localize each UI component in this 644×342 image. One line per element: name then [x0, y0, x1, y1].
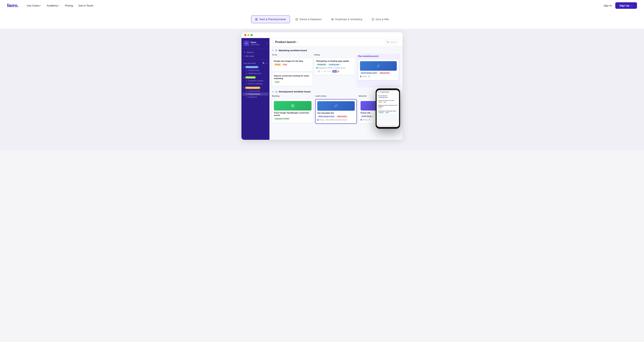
card-plan-marketing[interactable]: 🔗 Needs design review High priority Doin…: [358, 59, 399, 80]
card-conversion-tracking[interactable]: Improve conversion tracking for email ma…: [272, 73, 312, 86]
phone-lock-icon: 🔒: [378, 91, 380, 93]
phone-content: Get shareable link Needs design review D…: [377, 94, 399, 115]
chevron-down-icon[interactable]: ▾: [296, 41, 298, 43]
phone-frame: 🔒 Product launch Get shareable link Need…: [376, 88, 400, 129]
col-lead-review: Lead review 🔗 Get shareable link Needs d…: [315, 95, 357, 125]
collapse-icon: ≡: [273, 41, 274, 43]
avatar: fa: [244, 41, 249, 46]
user-email: Johan Baer: [250, 44, 265, 46]
sidebar-item-launch-assets[interactable]: ⊙ Launch assets: [242, 90, 270, 93]
tag-design: design: [274, 63, 282, 66]
board-title-marketing: Marketing workflow board: [279, 49, 396, 52]
sidebar-item-dashboard[interactable]: ⊙ Dashboard: [242, 96, 270, 99]
card-gtm[interactable]: Track Google Tag Manager conversion even…: [272, 99, 314, 123]
sidebar-item-backend[interactable]: ⊙ Backend team: [242, 69, 270, 72]
board-icon: ⊞: [275, 49, 277, 52]
collections-section: COLLECTIONS 🔍 + ▾ Development: [242, 60, 270, 100]
marketing-board: ▼ ⊞ Marketing workflow board ··· To do: [272, 49, 400, 88]
col-plan: Plan marketing launch 🔗 Needs design rev…: [357, 54, 400, 88]
card-tags: design blog: [274, 63, 310, 66]
list-icon: ≡: [246, 80, 247, 82]
card-lines: ≡: [274, 67, 310, 69]
comment-icon: 💬: [318, 71, 320, 72]
collection-group-development: ▾ Development ⊙ Backend team ⊙ Mobile ap…: [242, 65, 270, 75]
collapse-icon[interactable]: ▼: [272, 91, 274, 93]
nav-use-cases[interactable]: Use Cases ▾: [27, 4, 41, 7]
card-desc: Doing - (Fav-8044) Enterprise focus: [317, 119, 354, 121]
collection-product-launch[interactable]: ▾ Product launch: [242, 86, 270, 90]
board-menu-icon[interactable]: ···: [397, 49, 400, 52]
tab-roadmaps[interactable]: ⊕ Roadmaps & Scheduling: [327, 16, 366, 23]
tag-needs-design: Needs design review: [360, 72, 378, 74]
comment-count: 11: [321, 71, 323, 72]
chevron-down-icon: ▾: [243, 66, 244, 68]
link-icon: 🔗: [377, 64, 380, 68]
phone-card-4: Retargeting on landing page update produ…: [377, 110, 398, 114]
tab-docs[interactable]: ⊡ Docs & Wiki: [368, 16, 393, 23]
tag-blog: blog: [282, 63, 288, 66]
collection-development[interactable]: ▾ Development: [242, 65, 270, 69]
sidebar: fa Favro Johan Baer ▾ ✦ Jump to... ≡ My …: [242, 38, 270, 140]
logo[interactable]: favro.: [7, 3, 18, 8]
tab-sheets[interactable]: ⊟ Sheets & Databases: [291, 16, 326, 23]
nav-actions: Sign In Sign Up →: [604, 2, 637, 9]
chevron-down-icon[interactable]: ▾: [266, 43, 267, 44]
tag-deployed: Deployed in PROD: [274, 117, 290, 120]
minimize-button[interactable]: [248, 34, 250, 36]
feature-tabs: ⊞ Team & Planning boards ⊟ Sheets & Data…: [0, 11, 644, 29]
sidebar-item-product-marketing[interactable]: ≡ Product marketing: [242, 82, 270, 85]
lock-icon: ⊙: [246, 93, 248, 95]
card-meta: ≡ 💬 11 📎 57/58 A B +2: [316, 70, 353, 73]
card-desc: Deployed in PROD - product-funne...: [316, 67, 353, 69]
col-header-todo: To do: [272, 54, 312, 57]
tag-needs-design: Needs design review: [317, 115, 335, 118]
nav-academy[interactable]: Academy ▾: [47, 4, 59, 7]
sign-up-button[interactable]: Sign Up →: [615, 2, 637, 9]
phone-overlay: 🔒 Product launch Get shareable link Need…: [376, 88, 400, 129]
collapse-icon[interactable]: ▼: [272, 49, 274, 51]
col-doing: Doing Retargeting on landing page update…: [314, 54, 355, 88]
nav-get-in-touch[interactable]: Get in Touch: [78, 4, 93, 7]
phone-card-1: Get shareable link Needs design review: [377, 95, 398, 99]
jump-to-icon: ✦: [244, 51, 246, 53]
tag-needs-design: Needs desig...: [360, 115, 374, 117]
card-title: Design new images for the blog: [274, 60, 310, 62]
nav-pricing[interactable]: Pricing: [65, 4, 73, 7]
list-icon: ≡: [246, 83, 247, 85]
card-image: 🔗: [360, 61, 397, 71]
lock-icon: ⊙: [246, 69, 248, 71]
card-title: Get shareable link: [317, 112, 354, 114]
launch-badge: Product launch: [245, 87, 260, 89]
card-retargeting[interactable]: Retargeting on landing page update Produ…: [314, 58, 355, 75]
card-shareable-link[interactable]: 🔗 Get shareable link Needs design review…: [315, 99, 357, 124]
sidebar-item-mobile[interactable]: ⊙ Mobile app team: [242, 72, 270, 75]
tag-email: email: [274, 81, 280, 83]
collection-marketing[interactable]: ▾ Marketing: [242, 76, 270, 79]
team-planning-icon: ⊞: [255, 17, 258, 21]
phone-header: 🔒 Product launch: [377, 90, 399, 94]
dev-badge: Development: [245, 66, 258, 68]
collections-actions: 🔍 +: [262, 62, 267, 65]
card-desc: Doing - [R...: [360, 75, 397, 78]
page-title: ≡ Product launch ▾: [273, 41, 298, 44]
sidebar-item-jump-to[interactable]: ✦ Jump to...: [242, 50, 270, 54]
add-collection-icon[interactable]: +: [266, 62, 267, 65]
card-design-images[interactable]: Design new images for the blog design bl…: [272, 58, 312, 71]
close-button[interactable]: [244, 34, 246, 36]
nav-links: Use Cases ▾ Academy ▾ Pricing Get in Tou…: [27, 4, 604, 7]
lock-icon: ⊙: [246, 72, 248, 74]
sign-in-button[interactable]: Sign In: [604, 4, 612, 7]
col-todo: To do Design new images for the blog des…: [272, 54, 312, 88]
maximize-button[interactable]: [250, 34, 253, 36]
sidebar-item-my-cards[interactable]: ≡ My cards: [242, 54, 270, 58]
tag-landing: Landing page: [328, 63, 340, 66]
sidebar-item-product-launch[interactable]: ⊙ Product launch: [242, 93, 268, 96]
board-header-marketing: ▼ ⊞ Marketing workflow board ···: [272, 49, 400, 52]
tab-team-planning[interactable]: ⊞ Team & Planning boards: [251, 16, 290, 23]
search-box[interactable]: 🔍 Search: [384, 40, 399, 44]
col-header-plan: Plan marketing launch: [358, 55, 399, 58]
search-collections-icon[interactable]: 🔍: [262, 62, 265, 65]
sidebar-item-competitor[interactable]: ≡ Competitor analysis: [242, 79, 270, 82]
col-backlog: Backlog Track Google Tag Manager conver: [272, 95, 314, 125]
boards-area: ▼ ⊞ Marketing workflow board ··· To do: [270, 46, 402, 140]
